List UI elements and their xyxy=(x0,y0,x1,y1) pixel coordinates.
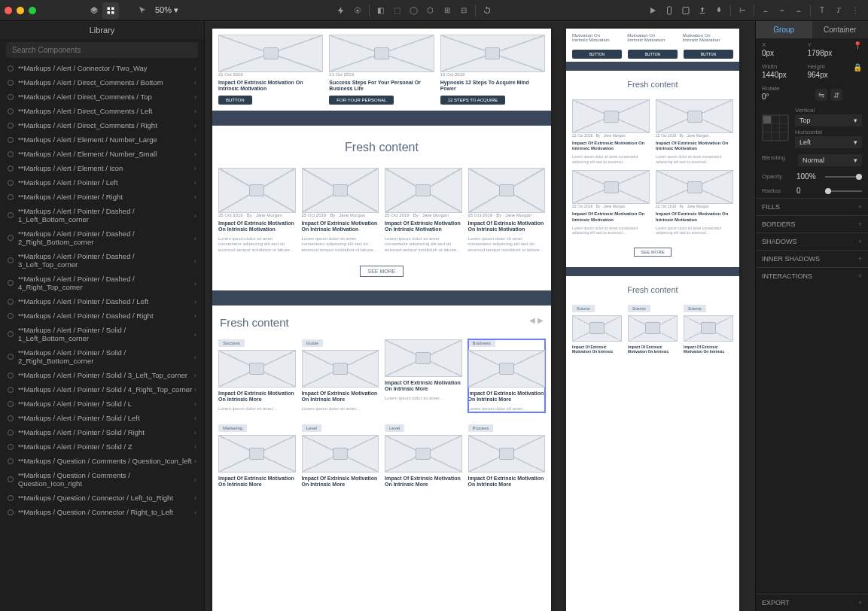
library-item[interactable]: **Markups / Alert / Pointer / Dashed / R… xyxy=(0,309,204,323)
library-item[interactable]: **Markups / Question / Comments / Questi… xyxy=(0,468,204,491)
library-item[interactable]: **Markups / Question / Connector / Left_… xyxy=(0,491,204,505)
plus-icon[interactable]: + xyxy=(858,255,862,263)
content-card[interactable]: 22 Oct 2019 · By · Jane MorganImpact Of … xyxy=(656,99,733,164)
content-card[interactable]: ScienceImpact Of Extrinsic Motivation On… xyxy=(572,305,622,357)
card-button[interactable]: BUTTON xyxy=(628,50,678,59)
library-item[interactable]: **Markups / Alert / Pointer / Solid / 3_… xyxy=(0,368,204,382)
y-input[interactable]: 1798px xyxy=(808,49,848,57)
see-more-button[interactable]: SEE MORE xyxy=(360,266,404,277)
library-item[interactable]: **Markups / Alert / Pointer / Dashed / 3… xyxy=(0,249,204,272)
content-card[interactable]: 25 Oct 2019 · By · Jane MorganImpact Of … xyxy=(302,168,379,254)
align-mid-icon[interactable]: ⫟ xyxy=(774,2,790,19)
upload-icon[interactable] xyxy=(694,2,711,19)
vertical-dropdown[interactable]: Top▾ xyxy=(795,114,862,126)
tool-6-icon[interactable]: ⊟ xyxy=(455,2,472,19)
search-components-input[interactable] xyxy=(6,42,198,58)
height-input[interactable]: 964px xyxy=(808,71,848,79)
opacity-slider[interactable] xyxy=(825,176,862,178)
content-card[interactable]: BusinessImpact Of Extrinsic Motivation O… xyxy=(468,339,546,412)
library-item[interactable]: **Markups / Alert / Pointer / Solid / 2_… xyxy=(0,345,204,368)
library-item[interactable]: **Markups / Alert / Pointer / Right› xyxy=(0,190,204,204)
library-item[interactable]: **Markups / Alert / Direct_Comments / Le… xyxy=(0,104,204,118)
library-item[interactable]: **Markups / Alert / Pointer / Dashed / 2… xyxy=(0,226,204,249)
content-card[interactable]: ProcessImpact Of Extrinsic Motivation On… xyxy=(468,424,546,491)
zoom-dropdown[interactable]: 50% ▾ xyxy=(151,5,183,15)
tool-4-icon[interactable]: ⬡ xyxy=(422,2,439,19)
horizontal-dropdown[interactable]: Left▾ xyxy=(795,136,862,148)
export-section[interactable]: EXPORT+ xyxy=(756,594,868,611)
content-card[interactable]: 21 Oct 2019Impact Of Extrinsic Motivatio… xyxy=(218,35,323,105)
align-top-icon[interactable]: ⫠ xyxy=(757,2,774,19)
content-card[interactable]: GuideImpact Of Extrinsic Motivation On I… xyxy=(302,339,379,412)
components-icon[interactable] xyxy=(102,2,119,19)
plus-icon[interactable]: + xyxy=(858,220,862,228)
content-card[interactable]: 25 Oct 2019 · By · Jane MorganImpact Of … xyxy=(468,168,546,254)
inspector-section[interactable]: BORDERS+ xyxy=(756,215,868,233)
content-card[interactable]: LevelImpact Of Extrinsic Motivation On I… xyxy=(302,424,379,491)
library-item[interactable]: **Markups / Alert / Connector / Two_Way› xyxy=(0,61,204,75)
plus-icon[interactable]: + xyxy=(858,272,862,280)
content-card[interactable]: SuccessImpact Of Extrinsic Motivation On… xyxy=(218,339,296,412)
refresh-icon[interactable] xyxy=(479,2,495,19)
plus-icon[interactable]: + xyxy=(858,238,862,245)
library-item[interactable]: **Markups / Alert / Pointer / Solid / Le… xyxy=(0,411,204,425)
card-button[interactable]: 12 STEPS TO ACQUIRE xyxy=(440,96,505,105)
pointer-icon[interactable] xyxy=(134,2,151,19)
width-input[interactable]: 1440px xyxy=(762,71,802,79)
minimize-window-icon[interactable] xyxy=(17,7,24,14)
tab-group[interactable]: Group xyxy=(756,21,812,38)
flip-v-icon[interactable]: ⇵ xyxy=(830,89,842,101)
library-item[interactable]: **Markups / Alert / Element / Icon› xyxy=(0,161,204,175)
library-item[interactable]: **Markups / Alert / Element / Number_Sma… xyxy=(0,147,204,161)
tablet-icon[interactable] xyxy=(678,2,694,19)
align-bot-icon[interactable]: ⫠ xyxy=(790,2,807,19)
library-item[interactable]: **Markups / Question / Comments / Questi… xyxy=(0,454,204,468)
library-item[interactable]: **Markups / Alert / Pointer / Solid / 4_… xyxy=(0,382,204,397)
content-card[interactable]: 22 Oct 2019 · By · Jane MorganImpact Of … xyxy=(656,170,733,235)
inspector-section[interactable]: FILLS+ xyxy=(756,198,868,215)
library-item[interactable]: **Markups / Alert / Direct_Comments / Bo… xyxy=(0,75,204,90)
maximize-window-icon[interactable] xyxy=(29,7,36,14)
blending-dropdown[interactable]: Normal▾ xyxy=(798,154,862,166)
inspector-section[interactable]: INTERACTIONS+ xyxy=(756,267,868,284)
library-item[interactable]: **Markups / Alert / Pointer / Dashed / 4… xyxy=(0,272,204,294)
library-item[interactable]: **Markups / Alert / Pointer / Solid / L› xyxy=(0,397,204,411)
gear-icon[interactable] xyxy=(349,2,366,19)
plus-icon[interactable]: + xyxy=(858,203,862,211)
library-item[interactable]: **Markups / Alert / Pointer / Solid / 1_… xyxy=(0,323,204,345)
rotate-input[interactable]: 0° xyxy=(762,93,809,101)
library-item[interactable]: **Markups / Alert / Pointer / Solid / Ri… xyxy=(0,425,204,439)
text-style-icon[interactable]: 𝑇 xyxy=(830,2,847,19)
content-card[interactable]: 15 Oct 2019Hypnosis 12 Steps To Acquire … xyxy=(440,35,545,105)
library-list[interactable]: **Markups / Alert / Connector / Two_Way›… xyxy=(0,61,204,611)
tool-1-icon[interactable]: ◧ xyxy=(373,2,389,19)
library-item[interactable]: **Markups / Alert / Element / Number_Lar… xyxy=(0,132,204,147)
library-item[interactable]: **Markups / Alert / Direct_Comments / Ri… xyxy=(0,118,204,132)
phone-icon[interactable] xyxy=(661,2,678,19)
bolt-icon[interactable] xyxy=(333,2,349,19)
x-input[interactable]: 0px xyxy=(762,49,802,57)
inspector-section[interactable]: SHADOWS+ xyxy=(756,233,868,250)
anchor-grid[interactable] xyxy=(762,114,789,141)
content-card[interactable]: MarketingImpact Of Extrinsic Motivation … xyxy=(218,424,296,491)
library-item[interactable]: **Markups / Alert / Pointer / Left› xyxy=(0,175,204,190)
content-card[interactable]: 25 Oct 2019 · By · Jane MorganImpact Of … xyxy=(385,168,462,254)
radius-slider[interactable] xyxy=(825,190,862,192)
card-button[interactable]: BUTTON xyxy=(684,50,733,59)
inspector-section[interactable]: INNER SHADOWS+ xyxy=(756,250,868,267)
card-button[interactable]: BUTTON xyxy=(218,96,252,105)
content-card[interactable]: 22 Oct 2019 · By · Jane MorganImpact Of … xyxy=(572,170,650,235)
library-item[interactable]: **Markups / Alert / Pointer / Dashed / L… xyxy=(0,294,204,309)
radius-value[interactable]: 0 xyxy=(796,187,821,195)
rocket-icon[interactable] xyxy=(711,2,727,19)
tool-2-icon[interactable]: ⬚ xyxy=(389,2,406,19)
artboard-2[interactable]: Motivation OnIntrinsic Motivation Motiva… xyxy=(566,29,739,611)
card-button[interactable]: FOR YOUR PERSONAL xyxy=(329,96,394,105)
artboard-1[interactable]: 21 Oct 2019Impact Of Extrinsic Motivatio… xyxy=(212,29,551,611)
library-item[interactable]: **Markups / Alert / Pointer / Solid / Z› xyxy=(0,439,204,454)
opacity-value[interactable]: 100% xyxy=(796,172,821,181)
card-button[interactable]: BUTTON xyxy=(572,50,622,59)
content-card[interactable]: 22 Oct 2019 · By · Jane MorganImpact Of … xyxy=(572,99,650,164)
lock-size-icon[interactable]: 🔒 xyxy=(853,63,862,72)
tab-container[interactable]: Container xyxy=(812,21,869,38)
